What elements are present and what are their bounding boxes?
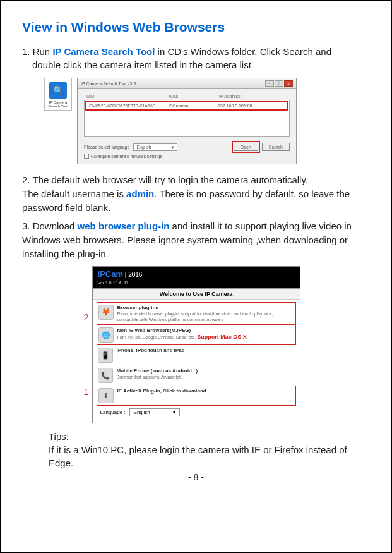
opt0-title: Browser plug-ins bbox=[117, 305, 294, 311]
figure-2: IPCam | 2016 Ver 1.8.13 AHD Welcome to U… bbox=[92, 266, 300, 424]
cell-alias: IPCamera bbox=[169, 104, 218, 108]
step1-rest1: in CD's Windows folder. Click Search and bbox=[155, 46, 331, 57]
step-3: 3. Download web browser plug-in and inst… bbox=[22, 219, 370, 260]
ipcam-header: IPCam | 2016 Ver 1.8.13 AHD bbox=[93, 267, 300, 288]
app-icon-label: IP Camera Search Tool bbox=[45, 100, 71, 108]
col-ip: IP Address bbox=[219, 94, 276, 99]
opt3-title: Mobile Phone (such as Android...) bbox=[117, 368, 198, 374]
step1-prefix: 1. Run bbox=[22, 46, 52, 57]
configure-checkbox[interactable] bbox=[84, 154, 89, 159]
option-browser-plugins[interactable]: 🦊 Browser plug-insRecommended browser pl… bbox=[97, 302, 296, 325]
step-2: 2. The default web browser will try to l… bbox=[22, 173, 370, 214]
tips-block: Tips: If it is a Win10 PC, please login … bbox=[49, 430, 357, 470]
language-select[interactable]: English▾ bbox=[133, 143, 177, 151]
step1-rest2: double click the camera item listed in t… bbox=[22, 58, 370, 71]
ipcam-language-value: English bbox=[134, 410, 150, 415]
page-title: View in Windows Web Browsers bbox=[22, 20, 370, 35]
ipcam-version: Ver 1.8.13 AHD bbox=[98, 281, 128, 285]
step3-prefix: 3. Download bbox=[22, 221, 78, 231]
opt4-title: IE ActiveX Plug-in, Click to download bbox=[117, 388, 206, 394]
welcome-banner: Welcome to Use IP Camera bbox=[93, 288, 300, 300]
camera-list: CM852F-62D73575F37B-21A66B IPCamera 192.… bbox=[84, 100, 290, 137]
col-uid: UID bbox=[86, 94, 169, 99]
language-value: English bbox=[136, 145, 151, 150]
window-titlebar: IP Camera Search Tool v3.3 – □ x bbox=[78, 78, 296, 89]
mac-support-label: Support Mac OS X bbox=[197, 334, 247, 340]
step-1: 1. Run IP Camera Search Tool in CD's Win… bbox=[22, 45, 370, 71]
step2-line1: 2. The default web browser will try to l… bbox=[22, 174, 308, 185]
tips-heading: Tips: bbox=[49, 430, 357, 443]
configure-label: Configure camera's network settings bbox=[91, 154, 162, 159]
search-tool-icon: 🔍 IP Camera Search Tool bbox=[44, 78, 72, 111]
search-tool-window: IP Camera Search Tool v3.3 – □ x UID Ali… bbox=[77, 78, 297, 164]
close-button[interactable]: x bbox=[284, 80, 293, 87]
option-ie-activex[interactable]: ⬇ IE ActiveX Plug-in, Click to download bbox=[97, 386, 296, 406]
language-label: Please select language bbox=[84, 145, 129, 149]
opt3-desc: Browser that supports Javascript. bbox=[117, 374, 198, 380]
table-header: UID Alias IP Address bbox=[84, 93, 290, 100]
page-number: - 8 - bbox=[22, 472, 370, 482]
ipcam-brand: IPCam bbox=[98, 269, 123, 279]
tips-body: If it is a Win10 PC, please login the ca… bbox=[49, 443, 357, 470]
callout-1: 1 bbox=[84, 387, 89, 397]
cell-ip: 192.168.0.106:80 bbox=[218, 104, 273, 108]
globe-icon: 🌐 bbox=[98, 327, 114, 343]
chevron-down-icon: ▾ bbox=[173, 410, 175, 415]
opt1-title: Non-IE Web Browsers(MJPEG) bbox=[117, 327, 247, 334]
step2-line2a: The default username is bbox=[22, 188, 126, 199]
callout-2: 2 bbox=[84, 312, 89, 322]
col-alias: Alias bbox=[169, 94, 219, 99]
plugin-name: web browser plug-in bbox=[78, 221, 170, 231]
firefox-icon: 🦊 bbox=[98, 305, 114, 320]
ipcam-language-select[interactable]: English▾ bbox=[129, 408, 180, 416]
default-username: admin bbox=[126, 188, 154, 199]
search-tool-name: IP Camera Search Tool bbox=[52, 46, 155, 57]
search-button[interactable]: Search bbox=[262, 143, 290, 151]
open-button[interactable]: Open bbox=[234, 143, 258, 151]
magnifier-icon: 🔍 bbox=[49, 82, 67, 99]
opt2-title: iPhone, iPod touch and iPad bbox=[117, 348, 185, 354]
download-icon: ⬇ bbox=[98, 388, 114, 403]
mobile-icon: 📞 bbox=[98, 368, 113, 383]
ipcam-year: | 2016 bbox=[125, 271, 143, 278]
opt1-desc: For FireFox, Google Chrome, Safari etc. … bbox=[117, 334, 247, 341]
figure-1: 🔍 IP Camera Search Tool IP Camera Search… bbox=[44, 78, 370, 164]
window-title: IP Camera Search Tool v3.3 bbox=[81, 82, 136, 86]
option-non-ie[interactable]: 🌐 Non-IE Web Browsers(MJPEG)For FireFox,… bbox=[97, 325, 296, 345]
cell-uid: CM852F-62D73575F37B-21A66B bbox=[89, 104, 169, 108]
option-mobile[interactable]: 📞 Mobile Phone (such as Android...)Brows… bbox=[97, 365, 296, 386]
phone-icon: 📱 bbox=[98, 348, 113, 363]
opt0-desc: Recommended browser plug-in, support for… bbox=[117, 311, 294, 322]
maximize-button[interactable]: □ bbox=[275, 80, 283, 87]
option-iphone[interactable]: 📱 iPhone, iPod touch and iPad bbox=[97, 345, 296, 365]
chevron-down-icon: ▾ bbox=[172, 145, 174, 150]
table-row[interactable]: CM852F-62D73575F37B-21A66B IPCamera 192.… bbox=[85, 101, 288, 111]
option-list: 🦊 Browser plug-insRecommended browser pl… bbox=[93, 300, 300, 423]
minimize-button[interactable]: – bbox=[265, 80, 274, 87]
ipcam-language-label: Language : bbox=[100, 410, 126, 415]
